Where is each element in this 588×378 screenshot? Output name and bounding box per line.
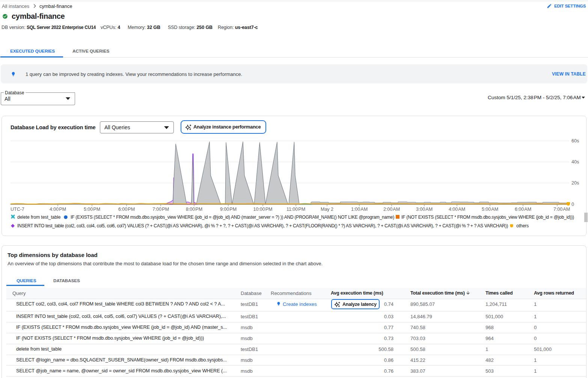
- svg-text:3:00 AM: 3:00 AM: [416, 207, 433, 212]
- svg-text:5:00 PM: 5:00 PM: [84, 207, 100, 212]
- svg-text:UTC-7: UTC-7: [11, 207, 24, 212]
- svg-text:8:00 PM: 8:00 PM: [186, 207, 202, 212]
- svg-text:May 2: May 2: [321, 207, 333, 212]
- svg-text:7:00 AM: 7:00 AM: [553, 207, 570, 212]
- svg-text:60s: 60s: [571, 138, 579, 144]
- svg-text:4:00 PM: 4:00 PM: [50, 207, 66, 212]
- svg-text:5:00 AM: 5:00 AM: [482, 207, 498, 212]
- svg-text:20s: 20s: [571, 180, 579, 186]
- svg-text:40s: 40s: [571, 159, 579, 165]
- svg-text:4:00 AM: 4:00 AM: [449, 207, 465, 212]
- svg-text:6:00 PM: 6:00 PM: [118, 207, 135, 212]
- svg-text:2:00 AM: 2:00 AM: [383, 207, 400, 212]
- svg-text:9:00 PM: 9:00 PM: [220, 207, 237, 212]
- svg-text:11:00 PM: 11:00 PM: [286, 207, 305, 212]
- svg-text:7:00 PM: 7:00 PM: [152, 207, 169, 212]
- svg-text:6:00 AM: 6:00 AM: [515, 207, 531, 212]
- svg-text:1:00 AM: 1:00 AM: [351, 207, 368, 212]
- svg-text:0: 0: [571, 202, 574, 207]
- svg-text:10:00 PM: 10:00 PM: [253, 207, 272, 212]
